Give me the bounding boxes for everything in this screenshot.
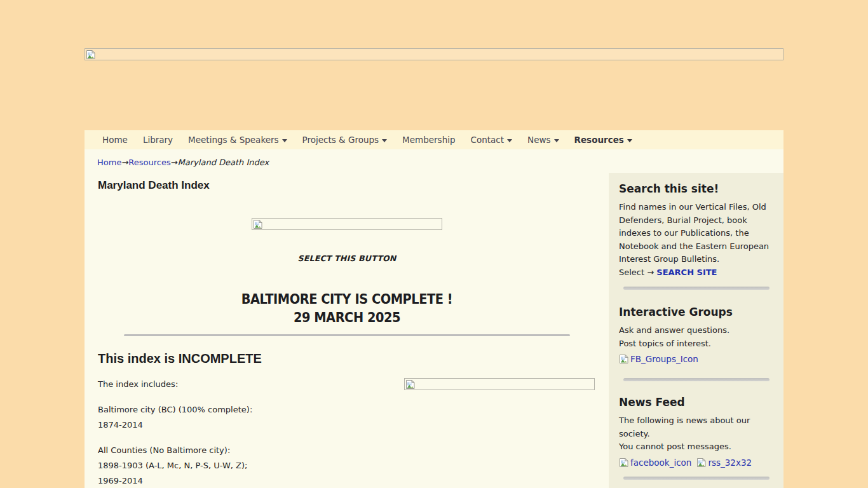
chevron-down-icon (554, 139, 559, 142)
rss-link-label: rss_32x32 (708, 458, 752, 468)
nav-item-label: Membership (402, 135, 455, 145)
content-broken-image[interactable] (404, 378, 595, 390)
nav-item-label: News (527, 135, 550, 145)
sidebar-search-select-line: Select → SEARCH SITE (619, 266, 778, 280)
main-nav: Home Library Meetings & Speakers Project… (85, 130, 783, 149)
nav-item-label: Library (143, 135, 173, 145)
index-line: 1898-1903 (A-L, Mc, N, P-S, U-W, Z); (98, 461, 247, 470)
nav-item-contact[interactable]: Contact (471, 135, 513, 145)
nav-item-library[interactable]: Library (143, 135, 173, 145)
sidebar-divider (623, 378, 770, 381)
header-banner-broken-image[interactable] (85, 48, 783, 60)
chevron-down-icon (382, 139, 387, 142)
nav-item-label: Contact (471, 135, 505, 145)
main-column: Maryland Death Index SELECT THIS BUTTON … (85, 170, 609, 488)
index-line: 1874-2014 (98, 420, 143, 430)
nav-item-label: Meetings & Speakers (188, 135, 279, 145)
nav-item-resources[interactable]: Resources (574, 135, 632, 145)
sidebar-divider (623, 287, 770, 290)
facebook-link-label: facebook_icon (630, 458, 691, 468)
broken-image-icon (619, 354, 629, 364)
death-index-button-broken-image[interactable] (252, 218, 442, 230)
facebook-link[interactable]: facebook_icon (619, 458, 691, 468)
nav-item-home[interactable]: Home (102, 135, 128, 145)
button-caption: SELECT THIS BUTTON (98, 254, 596, 263)
broken-image-icon (253, 219, 263, 229)
nav-item-label: Resources (574, 135, 624, 145)
chevron-down-icon (282, 139, 287, 142)
nav-item-meetings-speakers[interactable]: Meetings & Speakers (188, 135, 287, 145)
broken-image-icon (696, 458, 707, 468)
index-line: 1969-2014 (98, 476, 143, 485)
section-heading: This index is INCOMPLETE (98, 350, 596, 367)
horizontal-rule (124, 334, 570, 336)
nav-item-projects-groups[interactable]: Projects & Groups (302, 135, 387, 145)
sidebar-search-heading: Search this site! (619, 182, 778, 196)
sidebar: Search this site! Find names in our Vert… (609, 173, 783, 488)
sidebar-divider (623, 477, 770, 480)
index-line: All Counties (No Baltimore city): (98, 445, 230, 455)
content-area: Home→Resources→Maryland Death Index Mary… (85, 149, 783, 488)
broken-image-icon (619, 458, 629, 468)
sidebar-news-heading: News Feed (619, 395, 778, 409)
breadcrumb-home-link[interactable]: Home (97, 158, 121, 167)
nav-item-label: Home (102, 135, 128, 145)
nav-item-news[interactable]: News (527, 135, 559, 145)
rss-link[interactable]: rss_32x32 (696, 458, 752, 468)
page-background: Home Library Meetings & Speakers Project… (0, 0, 868, 488)
breadcrumb-separator: → (171, 158, 178, 167)
announcement: BALTIMORE CITY IS COMPLETE ! 29 MARCH 20… (128, 290, 566, 327)
breadcrumb: Home→Resources→Maryland Death Index (85, 157, 783, 168)
sidebar-news-line-1: The following is news about our society. (619, 414, 778, 440)
page-container: Home Library Meetings & Speakers Project… (85, 48, 783, 488)
index-line: Baltimore city (BC) (100% complete): (98, 405, 252, 414)
button-image-wrap (98, 218, 596, 232)
breadcrumb-current-page: Maryland Death Index (178, 158, 269, 167)
sidebar-news-section: News Feed The following is news about ou… (614, 395, 778, 468)
breadcrumb-resources-link[interactable]: Resources (128, 158, 170, 167)
page-title: Maryland Death Index (98, 179, 596, 192)
sidebar-groups-heading: Interactive Groups (619, 305, 778, 319)
sidebar-search-text: Find names in our Vertical Files, Old De… (619, 201, 778, 266)
announcement-line-2: 29 MARCH 2025 (128, 308, 566, 327)
sidebar-news-line-2: You cannot post messages. (619, 440, 778, 454)
sidebar-groups-section: Interactive Groups Ask and answer questi… (614, 305, 778, 367)
chevron-down-icon (507, 139, 512, 142)
nav-item-label: Projects & Groups (302, 135, 379, 145)
fb-groups-link-label: FB_Groups_Icon (630, 354, 698, 364)
sidebar-groups-line-1: Ask and answer questions. (619, 324, 778, 337)
broken-image-icon (405, 379, 416, 390)
search-site-link[interactable]: SEARCH SITE (656, 268, 717, 277)
index-group-counties: All Counties (No Baltimore city): 1898-1… (98, 443, 596, 488)
sidebar-news-links: facebook_icon rss_32x32 (619, 454, 778, 468)
chevron-down-icon (627, 139, 632, 142)
select-prefix: Select → (619, 268, 654, 277)
index-group-baltimore: Baltimore city (BC) (100% complete): 187… (98, 402, 596, 433)
nav-item-membership[interactable]: Membership (402, 135, 455, 145)
sidebar-search-section: Search this site! Find names in our Vert… (614, 182, 778, 279)
broken-image-icon (86, 50, 96, 60)
announcement-line-1: BALTIMORE CITY IS COMPLETE ! (128, 290, 566, 308)
sidebar-groups-line-2: Post topics of interest. (619, 337, 778, 351)
fb-groups-link[interactable]: FB_Groups_Icon (619, 354, 698, 364)
breadcrumb-separator: → (121, 158, 128, 167)
